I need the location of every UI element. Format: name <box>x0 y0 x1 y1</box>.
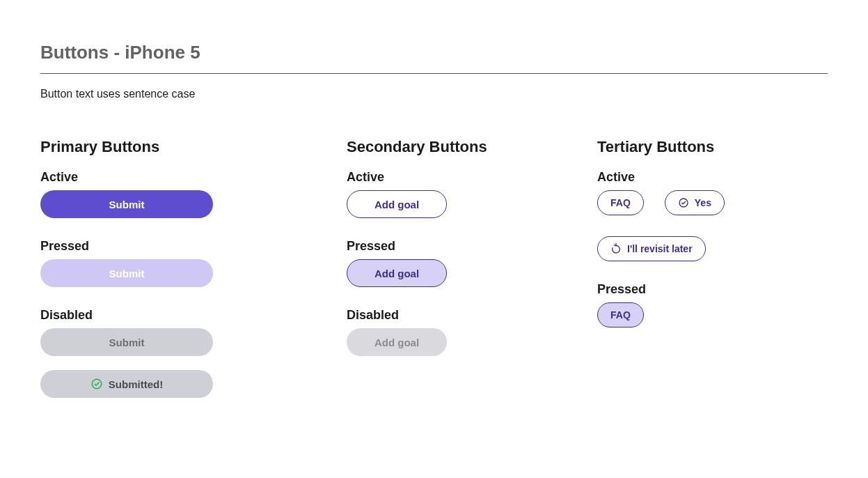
tertiary-pressed-label: Pressed <box>597 282 828 297</box>
primary-disabled-button: Submit <box>40 328 213 356</box>
primary-disabled-block: Disabled Submit Submitted! <box>40 308 305 398</box>
checkmark-circle-icon <box>678 197 689 208</box>
primary-disabled-button-label: Submit <box>109 337 145 348</box>
tertiary-yes-button[interactable]: Yes <box>665 190 725 215</box>
primary-heading: Primary Buttons <box>40 138 305 156</box>
secondary-active-label: Active <box>347 170 555 185</box>
secondary-pressed-button-label: Add goal <box>374 268 419 279</box>
secondary-disabled-button-label: Add goal <box>374 337 419 348</box>
tertiary-active-row: FAQ Yes <box>597 190 828 261</box>
tertiary-revisit-button[interactable]: I'll revisit later <box>597 236 706 261</box>
primary-active-block: Active Submit <box>40 170 305 218</box>
checkmark-circle-icon <box>90 378 103 390</box>
tertiary-revisit-label: I'll revisit later <box>627 243 693 254</box>
primary-active-button[interactable]: Submit <box>40 190 213 218</box>
tertiary-faq-pressed-button[interactable]: FAQ <box>597 302 644 327</box>
primary-pressed-button[interactable]: Submit <box>40 259 213 287</box>
tertiary-pressed-block: Pressed FAQ <box>597 282 828 327</box>
primary-column: Primary Buttons Active Submit Pressed Su… <box>40 138 305 419</box>
svg-point-1 <box>679 199 688 207</box>
columns: Primary Buttons Active Submit Pressed Su… <box>40 138 828 419</box>
secondary-active-button-label: Add goal <box>374 199 419 210</box>
tertiary-faq-label: FAQ <box>610 197 631 208</box>
secondary-disabled-block: Disabled Add goal <box>347 308 555 356</box>
tertiary-active-block: Active FAQ Yes <box>597 170 828 261</box>
secondary-disabled-button: Add goal <box>347 328 447 356</box>
primary-submitted-button-label: Submitted! <box>109 378 163 390</box>
secondary-disabled-label: Disabled <box>347 308 555 323</box>
secondary-column: Secondary Buttons Active Add goal Presse… <box>347 138 555 419</box>
primary-active-label: Active <box>40 170 305 185</box>
tertiary-faq-button[interactable]: FAQ <box>597 190 644 215</box>
secondary-active-button[interactable]: Add goal <box>347 190 447 218</box>
primary-pressed-label: Pressed <box>40 239 305 254</box>
secondary-heading: Secondary Buttons <box>347 138 555 156</box>
primary-submitted-button: Submitted! <box>40 370 213 398</box>
svg-point-0 <box>92 379 102 389</box>
tertiary-yes-label: Yes <box>695 197 711 208</box>
tertiary-active-label: Active <box>597 170 828 185</box>
primary-pressed-block: Pressed Submit <box>40 239 305 287</box>
tertiary-faq-pressed-label: FAQ <box>610 309 631 321</box>
tertiary-column: Tertiary Buttons Active FAQ Yes <box>597 138 828 419</box>
secondary-pressed-label: Pressed <box>347 239 555 254</box>
secondary-active-block: Active Add goal <box>347 170 555 218</box>
secondary-pressed-button[interactable]: Add goal <box>347 259 447 287</box>
tertiary-heading: Tertiary Buttons <box>597 138 828 156</box>
primary-disabled-label: Disabled <box>40 308 305 323</box>
replay-icon <box>610 243 622 254</box>
page-subtitle: Button text uses sentence case <box>40 88 828 100</box>
primary-pressed-button-label: Submit <box>109 268 145 279</box>
primary-active-button-label: Submit <box>109 199 145 210</box>
secondary-pressed-block: Pressed Add goal <box>347 239 555 287</box>
page-title: Buttons - iPhone 5 <box>40 42 828 74</box>
